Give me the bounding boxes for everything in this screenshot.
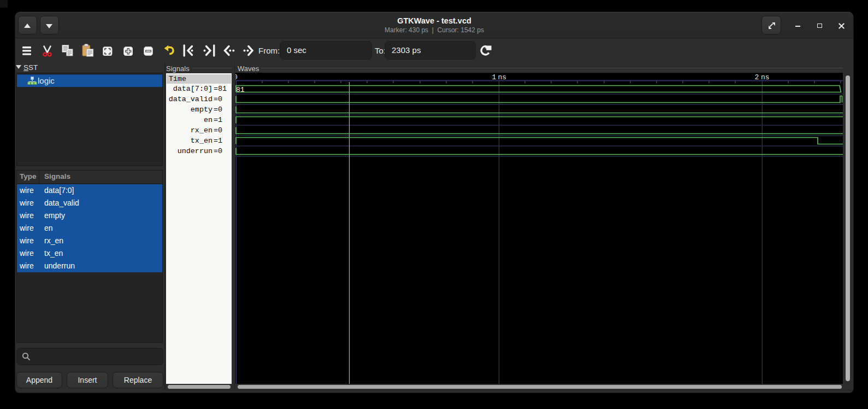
svg-text:81: 81 (236, 86, 245, 94)
